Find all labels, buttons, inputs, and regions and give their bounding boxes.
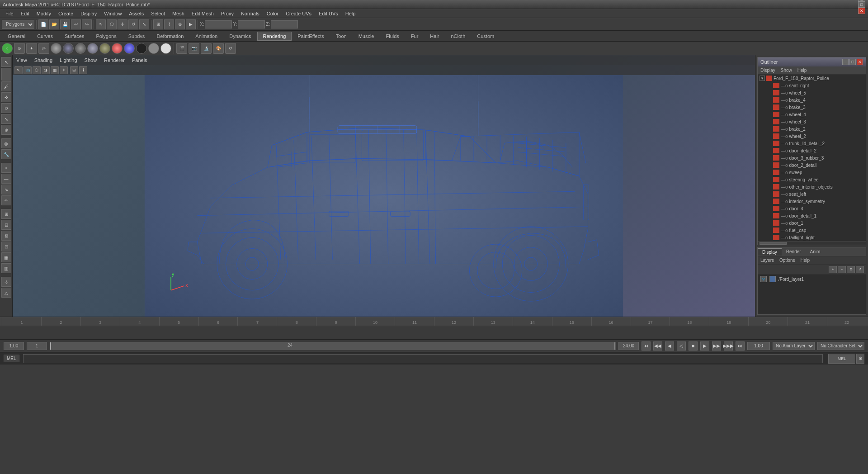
new-scene-btn[interactable]: 📄 [38, 19, 48, 29]
open-btn[interactable]: 📂 [49, 19, 59, 29]
shelf-light-ambient[interactable]: ○ [2, 43, 13, 54]
shelf-sphere5[interactable] [99, 43, 110, 54]
layer-tab-anim[interactable]: Anim [806, 248, 825, 255]
status-btn-2[interactable]: ⚙ [856, 354, 864, 364]
pb-next-key[interactable]: ▶▶▶ [724, 341, 733, 351]
pb-skip-end[interactable]: ⏭ [736, 341, 745, 351]
menu-help[interactable]: Help [342, 10, 359, 17]
vp-menu-panels[interactable]: Panels [132, 57, 147, 63]
shelf-material-white[interactable] [160, 43, 171, 54]
layer-create-btn[interactable]: + [829, 266, 837, 273]
tab-rendering[interactable]: Rendering [257, 32, 292, 41]
pb-stop[interactable]: ■ [689, 341, 698, 351]
soft-select[interactable]: ◎ [1, 138, 11, 148]
menu-proxy[interactable]: Proxy [217, 10, 237, 17]
shelf-sphere6[interactable] [112, 43, 123, 54]
pb-current-frame[interactable] [27, 342, 47, 350]
layer-options-btn[interactable]: ⚙ [847, 266, 855, 273]
move-tool[interactable]: ✛ [1, 92, 11, 102]
tab-deformation[interactable]: Deformation [151, 32, 189, 41]
ol-item-5[interactable]: + —o wheel_3 [758, 118, 866, 125]
tab-hair[interactable]: Hair [424, 32, 445, 41]
pencil-curve[interactable]: ✏ [1, 195, 11, 205]
curve-ep[interactable]: — [1, 174, 11, 184]
rotate-btn[interactable]: ↺ [128, 19, 138, 29]
rotate-tool[interactable]: ↺ [1, 103, 11, 113]
mel-input[interactable] [23, 354, 823, 363]
ol-item-3[interactable]: + —o brake_3 [758, 104, 866, 111]
vp-tb-hud[interactable]: ℹ [79, 66, 87, 74]
pb-skip-start[interactable]: ⏮ [642, 341, 651, 351]
shelf-sphere[interactable] [51, 43, 61, 54]
tab-fur[interactable]: Fur [405, 32, 425, 41]
menu-assets[interactable]: Assets [125, 10, 147, 17]
lasso-btn[interactable]: ⬡ [107, 19, 117, 29]
tab-general[interactable]: General [2, 32, 31, 41]
menu-file[interactable]: File [2, 10, 17, 17]
menu-edit-mesh[interactable]: Edit Mesh [188, 10, 217, 17]
ol-item-7[interactable]: + —o wheel_2 [758, 133, 866, 140]
ol-item-0[interactable]: + —o saat_right [758, 82, 866, 89]
ol-hscroll-thumb[interactable] [760, 242, 787, 245]
tab-ncloth[interactable]: nCloth [445, 32, 472, 41]
ol-item-10[interactable]: + —o door_3_rubber_3 [758, 154, 866, 161]
ol-item-18[interactable]: + —o door_detail_1 [758, 212, 866, 219]
layer-grid6[interactable]: ▥ [1, 263, 11, 273]
ol-item-17[interactable]: + —o door_4 [758, 205, 866, 212]
vp-menu-renderer[interactable]: Renderer [104, 57, 125, 63]
layer-row-ford[interactable]: V /Ford_layer1 [758, 275, 866, 284]
ol-item-8[interactable]: + —o trunk_lid_detail_2 [758, 140, 866, 147]
layer-opt-options[interactable]: Options [779, 258, 795, 263]
ol-item-6[interactable]: + —o brake_2 [758, 125, 866, 133]
snap-grid-btn[interactable]: ⊞ [153, 19, 163, 29]
ol-item-16[interactable]: + —o interior_symmetry [758, 198, 866, 205]
menu-color[interactable]: Color [263, 10, 282, 17]
ol-item-15[interactable]: + —o seat_left [758, 190, 866, 198]
ol-menu-help[interactable]: Help [797, 68, 807, 73]
vp-menu-view[interactable]: View [16, 57, 27, 63]
tab-surfaces[interactable]: Surfaces [59, 32, 90, 41]
move-btn[interactable]: ✛ [118, 19, 127, 29]
tab-painteffects[interactable]: PaintEffects [292, 32, 330, 41]
snap-point-btn[interactable]: ⊕ [175, 19, 185, 29]
pb-anim-layer-select[interactable]: No Anim Layer [773, 342, 815, 350]
pb-play-fwd[interactable]: ▶ [700, 341, 709, 351]
undo-btn[interactable]: ↩ [71, 19, 81, 29]
tab-muscle[interactable]: Muscle [353, 32, 380, 41]
tab-custom[interactable]: Custom [471, 32, 500, 41]
tab-dynamics[interactable]: Dynamics [223, 32, 257, 41]
layer-refresh-btn[interactable]: ↺ [856, 266, 864, 273]
layer-grid2[interactable]: ⊟ [1, 220, 11, 230]
ol-item-12[interactable]: + —o sweep [758, 169, 866, 176]
shelf-render2[interactable]: 📷 [189, 43, 199, 54]
pb-prev-frame[interactable]: ◀ [665, 341, 674, 351]
shelf-shader[interactable]: 🎨 [213, 43, 224, 54]
ol-item-21[interactable]: + —o taillight_right [758, 234, 866, 241]
close-button[interactable]: ✕ [858, 8, 865, 14]
tab-polygons[interactable]: Polygons [90, 32, 122, 41]
pb-char-set-select[interactable]: No Character Set [817, 342, 864, 350]
ol-expand-root[interactable]: ▼ [760, 76, 765, 81]
universal-manip[interactable]: ⊕ [1, 125, 11, 135]
tab-curves[interactable]: Curves [31, 32, 59, 41]
menu-window[interactable]: Window [100, 10, 125, 17]
polygon-select[interactable]: Polygons [2, 20, 34, 29]
pb-next-frame[interactable]: ▶▶ [712, 341, 721, 351]
pb-playback-end[interactable] [747, 342, 770, 350]
scale-tool[interactable]: ⤡ [1, 114, 11, 124]
shelf-light-directional[interactable]: ⊙ [14, 43, 25, 54]
vp-tb-grid[interactable]: ⊞ [70, 66, 78, 74]
menu-edit[interactable]: Edit [17, 10, 33, 17]
menu-normals[interactable]: Normals [237, 10, 263, 17]
lasso-tool[interactable] [1, 68, 11, 81]
z-coord[interactable] [271, 20, 298, 28]
layer-tab-render[interactable]: Render [782, 248, 806, 255]
shelf-light-spot[interactable]: ◎ [38, 43, 49, 54]
curve-bezier[interactable]: ∿ [1, 185, 11, 194]
shelf-sphere4[interactable] [87, 43, 98, 54]
shelf-render[interactable]: 🎬 [176, 43, 187, 54]
layer-grid4[interactable]: ⊡ [1, 242, 11, 251]
shelf-material-dark[interactable] [136, 43, 147, 54]
ol-item-1[interactable]: + —o wheel_5 [758, 89, 866, 96]
vp-tb-cam[interactable]: 📹 [24, 66, 32, 74]
